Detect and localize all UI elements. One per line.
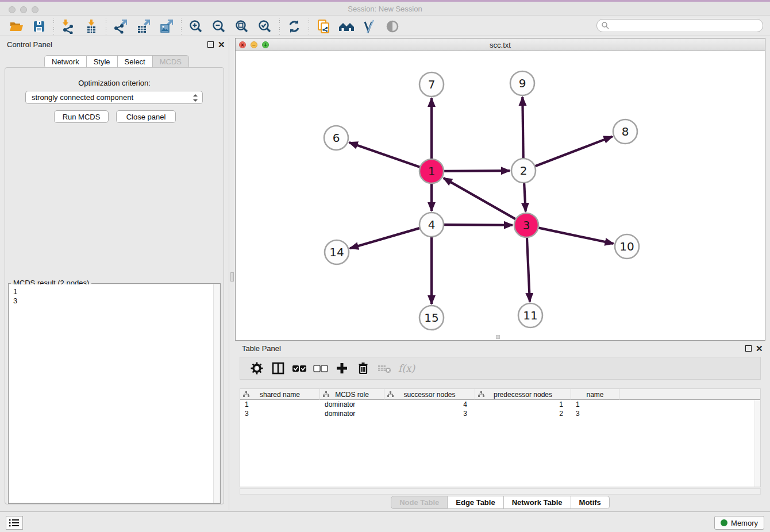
zoom-out-icon[interactable] [207, 18, 230, 35]
run-mcds-button[interactable]: Run MCDS [54, 110, 109, 123]
tab-mcds[interactable]: MCDS [153, 55, 189, 68]
vizmapper-icon[interactable] [358, 18, 381, 35]
node-label-15: 15 [424, 311, 438, 325]
toolbar-separator [106, 18, 106, 35]
column-header-name[interactable]: name [571, 389, 619, 400]
zoom-selected-icon[interactable] [253, 18, 276, 35]
home-icon[interactable] [335, 18, 358, 35]
edge-3-11[interactable] [527, 237, 530, 302]
edge-3-10[interactable] [538, 228, 614, 244]
table-panel-header: Table Panel ✕ [235, 342, 765, 356]
edge-1-2[interactable] [444, 171, 510, 171]
toolbar-separator [309, 18, 309, 35]
save-session-icon[interactable] [28, 18, 51, 35]
edge-2-8[interactable] [535, 137, 613, 167]
close-table-panel-icon[interactable]: ✕ [756, 344, 763, 354]
close-panel-button[interactable]: Close panel [116, 110, 176, 123]
table-cell[interactable]: 4 [384, 400, 475, 409]
float-table-panel-icon[interactable] [745, 345, 752, 352]
panel-splitter[interactable] [229, 38, 235, 510]
import-table-icon[interactable] [80, 18, 103, 35]
settings-gear-icon[interactable] [246, 359, 267, 377]
network-window-title: scc.txt [236, 41, 765, 49]
table-hscrollbar[interactable] [240, 488, 761, 495]
tab-network-table[interactable]: Network Table [504, 496, 571, 509]
refresh-icon[interactable] [283, 18, 306, 35]
toolbar-separator [279, 18, 280, 35]
edge-4-14[interactable] [350, 228, 420, 248]
memory-button-label: Memory [731, 519, 758, 527]
hierarchy-icon [323, 391, 329, 398]
tab-edge-table[interactable]: Edge Table [448, 496, 503, 509]
table-cell[interactable]: 2 [475, 409, 571, 418]
float-panel-icon[interactable] [207, 41, 214, 48]
task-history-button[interactable] [6, 516, 23, 530]
split-columns-icon[interactable] [267, 359, 288, 377]
edge-2-9[interactable] [522, 97, 523, 159]
table-panel: Table Panel ✕ [235, 342, 765, 511]
network-window-titlebar[interactable]: × − + scc.txt [236, 38, 765, 51]
table-cell[interactable]: 3 [571, 409, 619, 418]
export-network-icon[interactable] [109, 18, 132, 35]
function-builder-icon: f(x) [398, 363, 415, 374]
application-window: Session: New Session [0, 0, 770, 532]
memory-button[interactable]: Memory [714, 516, 764, 530]
tab-select[interactable]: Select [118, 55, 153, 68]
network-view-window: × − + scc.txt 7968124314101511 [235, 38, 765, 341]
show-graphics-details-icon[interactable] [381, 18, 404, 35]
criterion-dropdown[interactable]: strongly connected component [25, 91, 203, 104]
network-graph[interactable]: 7968124314101511 [236, 51, 765, 340]
column-header-predecessor-nodes[interactable]: predecessor nodes [475, 389, 571, 400]
tab-network[interactable]: Network [44, 55, 87, 68]
control-panel-title: Control Panel [7, 40, 52, 49]
search-icon [601, 21, 610, 30]
table-cell[interactable]: dominator [320, 409, 384, 418]
table-cell[interactable]: 3 [240, 409, 320, 418]
column-header-successor-nodes[interactable]: successor nodes [384, 389, 475, 400]
tab-node-table[interactable]: Node Table [391, 496, 448, 509]
table-cell[interactable]: 1 [475, 400, 571, 409]
edge-3-1[interactable] [444, 178, 516, 219]
result-scrollbar[interactable] [213, 284, 220, 503]
edge-2-3[interactable] [524, 183, 526, 211]
search-input[interactable] [596, 19, 763, 32]
open-session-icon[interactable] [5, 18, 28, 35]
add-column-icon[interactable] [331, 359, 352, 377]
splitter-grip[interactable] [230, 272, 234, 282]
deselect-all-columns-icon[interactable] [310, 359, 331, 377]
select-all-columns-icon[interactable] [288, 359, 310, 377]
memory-status-icon [721, 519, 727, 526]
tab-motifs[interactable]: Motifs [571, 496, 610, 509]
node-label-3: 3 [523, 218, 530, 232]
table-row[interactable]: 1dominator411 [240, 400, 760, 409]
close-panel-icon[interactable]: ✕ [218, 40, 225, 50]
table-scrollbar[interactable] [754, 400, 760, 487]
node-label-14: 14 [329, 245, 344, 259]
import-network-icon[interactable] [57, 18, 80, 35]
tab-style[interactable]: Style [87, 55, 118, 68]
zoom-fit-icon[interactable] [230, 18, 253, 35]
mcds-result-text[interactable]: 1 3 [9, 284, 213, 503]
edge-1-6[interactable] [349, 142, 421, 167]
edge-4-3[interactable] [444, 225, 513, 225]
canvas-resize-grip[interactable] [496, 335, 500, 339]
delete-column-icon[interactable] [352, 359, 374, 377]
table-cell[interactable]: 1 [571, 400, 619, 409]
table-row[interactable]: 3dominator323 [240, 409, 760, 418]
status-bar: Memory [0, 511, 770, 532]
table-cell[interactable]: 1 [240, 400, 320, 409]
node-label-11: 11 [523, 309, 537, 322]
table-cell[interactable]: 3 [384, 409, 475, 418]
table-cell[interactable]: dominator [320, 400, 384, 409]
export-table-icon[interactable] [132, 18, 155, 35]
export-image-icon[interactable] [155, 18, 178, 35]
table-tabs: Node TableEdge TableNetwork TableMotifs [235, 496, 765, 509]
toolbar-separator [53, 18, 54, 35]
zoom-in-icon[interactable] [184, 18, 207, 35]
column-header-shared-name[interactable]: shared name [240, 389, 320, 400]
network-canvas[interactable]: 7968124314101511 [236, 51, 765, 340]
hierarchy-icon [478, 391, 484, 398]
column-header-MCDS-role[interactable]: MCDS role [320, 389, 384, 400]
mcds-result-box: MCDS result (2 nodes) 1 3 [8, 283, 221, 504]
duplicate-network-icon[interactable] [312, 18, 335, 35]
